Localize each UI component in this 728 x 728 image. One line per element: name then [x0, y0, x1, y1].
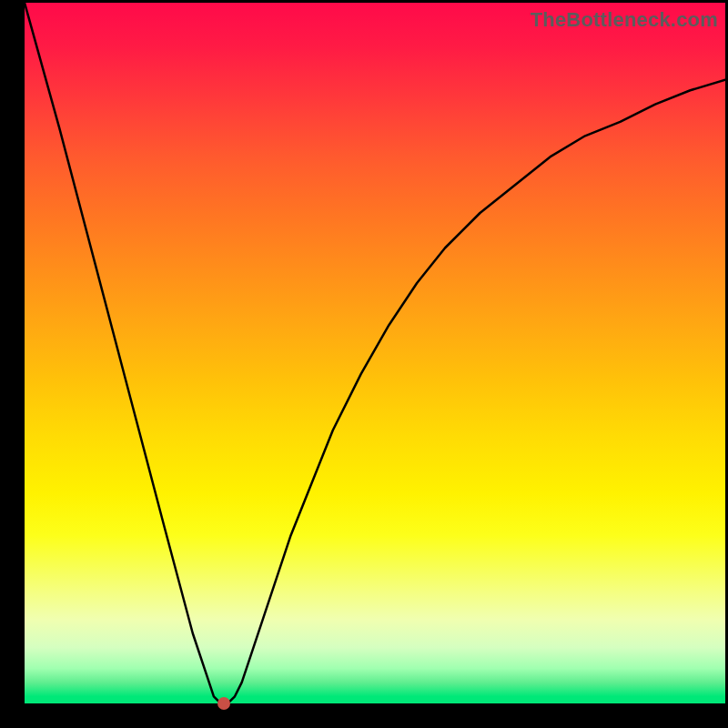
- plot-area: TheBottleneck.com: [25, 3, 725, 703]
- chart-container: TheBottleneck.com: [0, 0, 728, 728]
- bottleneck-curve: [25, 3, 725, 703]
- optimal-point-marker: [217, 697, 230, 710]
